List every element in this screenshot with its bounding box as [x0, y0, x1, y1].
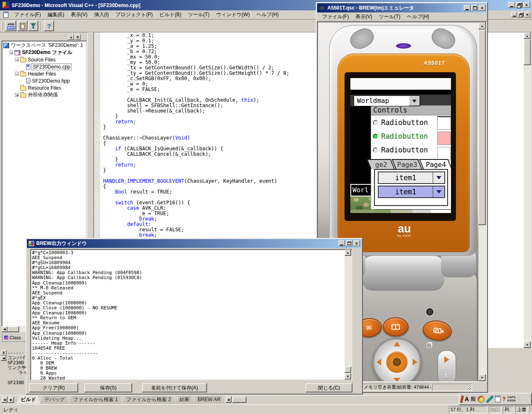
mdi-restore-button[interactable] [518, 12, 524, 17]
addressbook-key[interactable] [383, 317, 409, 336]
minimize-button[interactable] [464, 5, 470, 11]
ime-toolbar[interactable]: A 般 ? CAPS KANA [459, 393, 532, 405]
vc-menu-item-0[interactable]: ファイル(F) [11, 10, 44, 19]
tree-item-2[interactable]: Source Files [2, 56, 86, 63]
arm-make-button[interactable]: ARM MAK [5, 21, 16, 31]
vc-menu-item-2[interactable]: 表示(V) [67, 10, 91, 19]
scroll-thumb[interactable] [478, 30, 486, 225]
clear-button[interactable]: クリア(R) [29, 383, 78, 392]
mdi-minimize-button[interactable] [511, 12, 517, 17]
worldmap-dropdown[interactable]: Worldmap [354, 96, 420, 106]
close-button[interactable]: × [353, 240, 360, 246]
radio-dot-icon[interactable] [373, 147, 378, 153]
emu-menu-item-3[interactable]: ヘルプ(H) [404, 12, 433, 21]
tabs-scroll-left[interactable]: ◀ [2, 397, 7, 403]
tree-expand-icon[interactable] [9, 51, 13, 54]
pane-pin-button[interactable]: ▲ [68, 34, 74, 40]
scroll-up-button[interactable]: ▲ [524, 32, 531, 39]
vc-menu-item-7[interactable]: ウィンドウ(W) [213, 10, 253, 19]
ez-key[interactable]: E [437, 350, 456, 381]
vc-menu-item-4[interactable]: プロジェクト(P) [112, 10, 156, 19]
vc-menu-item-6[interactable]: ツール(T) [185, 10, 213, 19]
output-tab-5[interactable]: BREW AR [193, 396, 224, 404]
scroll-thumb[interactable] [7, 326, 19, 332]
radiobutton-2[interactable]: Radiobutton [373, 145, 428, 154]
tabs-hscroll-stub[interactable] [232, 397, 246, 403]
scroll-thumb[interactable] [524, 39, 531, 65]
dpad-up-icon[interactable] [394, 342, 400, 346]
scroll-left-button[interactable]: ◀ [2, 326, 7, 332]
ime-pad-icon[interactable] [495, 396, 500, 402]
chevron-down-icon[interactable] [433, 172, 444, 183]
page-tab-ge2[interactable]: ge2 [367, 159, 395, 169]
maximize-button[interactable] [471, 5, 478, 11]
clipboard-button[interactable] [17, 21, 27, 31]
document-icon[interactable] [3, 12, 8, 18]
output-tab-2[interactable]: ファイルから検索 1 [69, 396, 122, 404]
dpad-center-button[interactable] [386, 351, 408, 373]
restore-button[interactable] [516, 2, 522, 8]
brew-output-titlebar[interactable]: BREW出力ウィンドウ × [27, 239, 362, 248]
scroll-up-button[interactable]: ▲ [478, 22, 486, 29]
save-as-button[interactable]: 名前を付けて保存(A) [142, 383, 207, 392]
minimize-button[interactable] [508, 2, 515, 8]
ime-help-icon[interactable]: ? [502, 396, 506, 402]
tree-item-3[interactable]: SF230Demo.cpp [2, 63, 86, 70]
dpad-left-icon[interactable] [377, 359, 381, 365]
log-textarea[interactable]: #*g*C=1000003:3AEE_Suspend#*gSU=16809984… [30, 249, 352, 380]
radio-dot-icon[interactable] [373, 120, 378, 125]
vc-menu-item-8[interactable]: ヘルプ(H) [253, 10, 282, 19]
tree-item-4[interactable]: Header Files [2, 70, 86, 77]
tabs-scroll-right[interactable]: ▶ [8, 397, 14, 403]
page-tab-Page4[interactable]: Page4 [419, 159, 451, 169]
scroll-down-button[interactable]: ▼ [478, 374, 486, 381]
ime-pen-icon[interactable] [460, 395, 463, 403]
tree-item-6[interactable]: Resource Files [2, 84, 86, 91]
radio-dot-icon[interactable] [373, 134, 378, 139]
help-button[interactable]: ? [44, 21, 54, 31]
filter-button[interactable] [28, 21, 38, 31]
vc-menu-item-3[interactable]: 挿入(I) [91, 10, 112, 19]
ime-brush-icon[interactable] [486, 396, 493, 403]
emu-menu-item-0[interactable]: ファイル(F) [319, 12, 352, 21]
ime-palette-icon[interactable] [478, 396, 485, 403]
scroll-down-button[interactable]: ▼ [524, 341, 531, 348]
close-button[interactable]: × [479, 5, 485, 11]
scroll-up-button[interactable]: ▲ [345, 250, 351, 256]
minimize-button[interactable] [338, 240, 345, 246]
tabs-mini-left[interactable]: ◀ [226, 397, 232, 403]
edit-field[interactable] [437, 116, 451, 130]
edit-field-focused[interactable] [437, 132, 451, 145]
combobox-1[interactable]: item1 [378, 171, 445, 184]
emu-menu-item-1[interactable]: 表示(V) [352, 12, 375, 21]
editor-vscrollbar[interactable]: ▲ ▼ [524, 32, 531, 348]
ime-conversion-mode[interactable]: 般 [470, 395, 476, 403]
page-tab-Page3[interactable]: Page3 [392, 159, 422, 169]
output-tab-1[interactable]: デバッグ [40, 396, 69, 404]
emulator-vscrollbar[interactable]: ▲ ▼ [478, 22, 486, 381]
output-close-button[interactable]: × [1, 350, 7, 355]
tree-item-1[interactable]: SF230Demo ファイル [2, 49, 86, 56]
emulated-screen[interactable]: ework™ Worl Controls RadiobuttonRadiobut… [350, 78, 451, 213]
tree-expand-icon[interactable] [15, 72, 19, 76]
tree-expand-icon[interactable] [15, 58, 19, 61]
dpad-down-icon[interactable] [394, 378, 400, 381]
close-window-button[interactable]: 閉じる(C) [305, 383, 352, 392]
chevron-down-icon[interactable] [409, 96, 420, 106]
ime-input-mode[interactable]: A [465, 396, 469, 402]
radiobutton-1[interactable]: Radiobutton [373, 132, 428, 141]
save-button[interactable]: 保存(S) [84, 383, 132, 392]
output-tab-4[interactable]: 結果 [175, 396, 193, 404]
output-tab-0[interactable]: ビルド [17, 396, 40, 404]
vc-menu-item-1[interactable]: 編集(E) [44, 10, 67, 19]
output-tab-3[interactable]: ファイルから検索 2 [122, 396, 175, 404]
maximize-button[interactable] [346, 240, 352, 246]
radiobutton-0[interactable]: Radiobutton [373, 118, 428, 127]
tree-item-0[interactable]: ワークスペース 'SF230Demo': 1 [2, 42, 86, 49]
dpad-right-icon[interactable] [413, 359, 417, 365]
log-vscrollbar[interactable]: ▲ ▼ [345, 250, 351, 380]
scroll-down-button[interactable]: ▼ [345, 373, 351, 380]
close-button[interactable]: × [523, 2, 530, 8]
tree-expand-icon[interactable] [15, 93, 19, 97]
emulator-titlebar[interactable]: ⚙ ⚙ A5501T.qsc - BREW(tm)エミュレータ × [317, 3, 487, 12]
